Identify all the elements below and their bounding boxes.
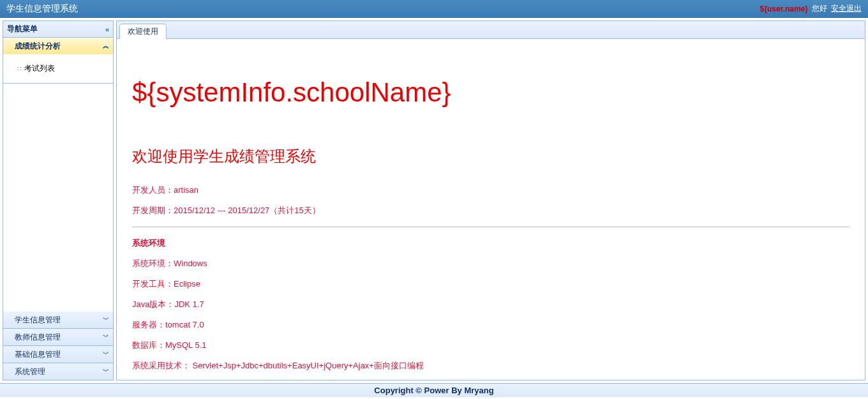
env-tech: 系统采用技术： Servlet+Jsp+Jdbc+dbutils+EasyUI+… xyxy=(132,360,849,372)
env-os: 系统环境：Windows xyxy=(132,258,849,269)
developer-line: 开发人员：artisan xyxy=(132,184,849,196)
accordion-header-system[interactable]: 系统管理 ︾ xyxy=(3,363,113,380)
accordion-label: 教师信息管理 xyxy=(15,332,61,343)
body-wrap: 导航菜单 « 成绩统计分析 ︽ ∷ 考试列表 学生信息管理 ︾ xyxy=(0,18,868,383)
welcome-content: ${systemInfo.schoolName} 欢迎使用学生成绩管理系统 开发… xyxy=(117,39,865,380)
period-line: 开发周期：2015/12/12 --- 2015/12/27（共计15天） xyxy=(132,205,849,216)
menu-item-exam-list[interactable]: ∷ 考试列表 xyxy=(3,58,113,79)
accordion-panel-teacher: 教师信息管理 ︾ xyxy=(3,329,113,346)
top-bar: 学生信息管理系统 ${user.name} 您好 安全退出 xyxy=(0,0,868,18)
accordion-header-student[interactable]: 学生信息管理 ︾ xyxy=(3,312,113,328)
main-area: 欢迎使用 ${systemInfo.schoolName} 欢迎使用学生成绩管理… xyxy=(116,20,865,380)
menu-item-label: 考试列表 xyxy=(24,63,55,74)
accordion-header-grades[interactable]: 成绩统计分析 ︽ xyxy=(3,38,113,54)
user-area: ${user.name} 您好 安全退出 xyxy=(760,3,862,14)
accordion-body-grades: ∷ 考试列表 xyxy=(3,54,113,83)
footer: Copyright © Power By Mryang xyxy=(0,383,868,397)
user-name: ${user.name} xyxy=(760,4,808,13)
welcome-heading: 欢迎使用学生成绩管理系统 xyxy=(132,146,849,167)
env-db: 数据库：MySQL 5.1 xyxy=(132,340,849,351)
sidebar-header: 导航菜单 « xyxy=(3,21,113,38)
chevron-down-icon: ︾ xyxy=(103,333,109,342)
sidebar-title: 导航菜单 xyxy=(7,24,38,34)
env-java: Java版本：JDK 1.7 xyxy=(132,299,849,310)
sidebar-spacer xyxy=(3,84,113,312)
accordion-panel-basic: 基础信息管理 ︾ xyxy=(3,346,113,363)
accordion-label: 学生信息管理 xyxy=(15,315,61,326)
school-name-heading: ${systemInfo.schoolName} xyxy=(132,77,849,108)
accordion-label: 基础信息管理 xyxy=(15,349,61,360)
chevron-down-icon: ︾ xyxy=(103,367,109,376)
accordion-header-teacher[interactable]: 教师信息管理 ︾ xyxy=(3,329,113,345)
copyright-text: Copyright © Power By Mryang xyxy=(374,386,493,395)
accordion-header-basic[interactable]: 基础信息管理 ︾ xyxy=(3,346,113,363)
list-icon: ∷ xyxy=(17,65,20,72)
accordion-panel-student: 学生信息管理 ︾ xyxy=(3,312,113,329)
chevron-down-icon: ︾ xyxy=(103,350,109,359)
accordion-label: 成绩统计分析 xyxy=(15,41,61,52)
tabs-bar: 欢迎使用 xyxy=(117,21,865,39)
sidebar: 导航菜单 « 成绩统计分析 ︽ ∷ 考试列表 学生信息管理 ︾ xyxy=(3,20,114,380)
chevron-down-icon: ︾ xyxy=(103,315,109,324)
env-heading: 系统环境 xyxy=(132,237,849,249)
chevron-up-icon: ︽ xyxy=(103,41,109,50)
accordion-panel-system: 系统管理 ︾ xyxy=(3,363,113,380)
separator xyxy=(132,227,849,227)
collapse-left-icon[interactable]: « xyxy=(105,26,109,33)
app-title: 学生信息管理系统 xyxy=(6,3,78,15)
tab-welcome[interactable]: 欢迎使用 xyxy=(119,24,167,39)
logout-link[interactable]: 安全退出 xyxy=(831,3,862,14)
env-server: 服务器：tomcat 7.0 xyxy=(132,319,849,331)
env-ide: 开发工具：Eclipse xyxy=(132,278,849,290)
greeting-text: 您好 xyxy=(812,3,827,14)
accordion-label: 系统管理 xyxy=(15,366,45,377)
tab-label: 欢迎使用 xyxy=(128,26,158,37)
accordion-panel-grades: 成绩统计分析 ︽ ∷ 考试列表 xyxy=(3,38,113,84)
